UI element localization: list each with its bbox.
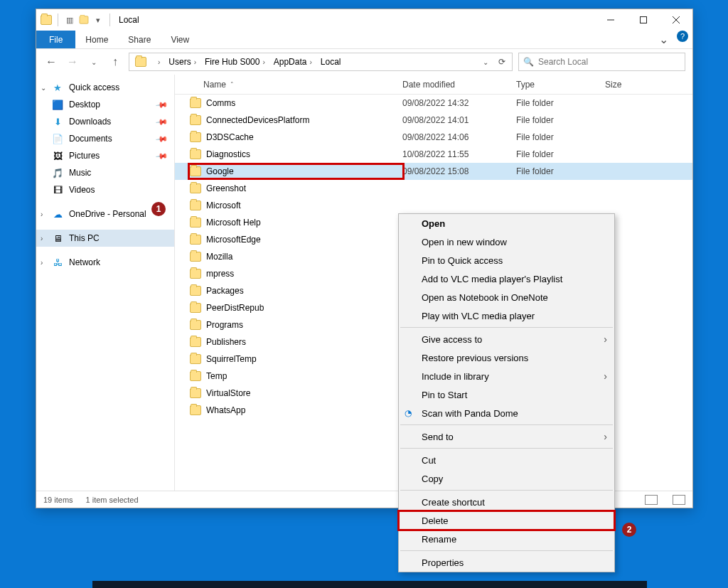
quick-access-icon: ★ <box>52 82 63 93</box>
file-name: Publishers <box>206 337 402 347</box>
ctx-properties[interactable]: Properties <box>399 553 614 572</box>
folder-icon <box>190 132 201 142</box>
qat-properties-icon[interactable]: ▥ <box>64 14 75 26</box>
file-name: MicrosoftEdge <box>206 235 402 245</box>
file-name: Temp <box>206 371 402 381</box>
ctx-send-to[interactable]: Send to <box>399 427 614 446</box>
file-name: Google <box>206 166 402 176</box>
ctx-pin-quick-access[interactable]: Pin to Quick access <box>399 251 614 269</box>
file-row[interactable]: Google09/08/2022 15:08File folder <box>175 163 692 180</box>
nav-videos[interactable]: 🎞Videos <box>36 181 174 198</box>
home-tab[interactable]: Home <box>75 31 118 48</box>
file-row[interactable]: Greenshot <box>175 180 692 197</box>
column-headers[interactable]: Name˄ Date modified Type Size <box>175 75 692 95</box>
search-icon: 🔍 <box>523 57 534 67</box>
file-row[interactable]: ConnectedDevicesPlatform09/08/2022 14:01… <box>175 112 692 129</box>
file-name: Comms <box>206 98 402 108</box>
titlebar: ▥ ▾ Local <box>36 9 692 31</box>
back-button[interactable]: ← <box>43 54 59 70</box>
maximize-button[interactable] <box>627 9 660 31</box>
nav-desktop[interactable]: 🟦Desktop📌 <box>36 96 174 113</box>
ctx-play-vlc[interactable]: Play with VLC media player <box>399 306 614 325</box>
share-tab[interactable]: Share <box>118 31 161 48</box>
address-bar-row: ← → ⌄ ↑ › Users› Fire Hub S000› AppData›… <box>36 49 692 75</box>
file-name: D3DSCache <box>206 132 402 142</box>
sort-ascending-icon: ˄ <box>230 81 234 88</box>
ctx-create-shortcut[interactable]: Create shortcut <box>399 493 614 511</box>
folder-icon <box>190 286 201 296</box>
ctx-rename[interactable]: Rename <box>399 530 614 548</box>
folder-icon <box>190 98 201 108</box>
quick-access-group[interactable]: ⌄ ★ Quick access <box>36 79 174 96</box>
folder-icon <box>190 183 201 193</box>
file-name: WhatsApp <box>206 405 402 415</box>
folder-icon <box>190 371 201 381</box>
icons-view-icon[interactable] <box>673 495 685 505</box>
ctx-open[interactable]: Open <box>399 214 614 232</box>
file-name: mpress <box>206 269 402 279</box>
taskbar[interactable] <box>92 581 647 588</box>
address-dropdown-icon[interactable]: ⌄ <box>478 58 493 66</box>
nav-downloads[interactable]: ⬇Downloads📌 <box>36 113 174 130</box>
file-row[interactable]: Microsoft <box>175 197 692 214</box>
file-tab[interactable]: File <box>36 31 75 48</box>
item-count: 19 items <box>43 496 73 504</box>
selection-count: 1 item selected <box>86 496 139 504</box>
nav-music[interactable]: 🎵Music <box>36 164 174 181</box>
folder-icon <box>190 218 201 228</box>
search-input[interactable]: 🔍 Search Local <box>518 53 685 71</box>
details-view-icon[interactable] <box>645 495 658 505</box>
address-bar[interactable]: › Users› Fire Hub S000› AppData› Local ⌄… <box>129 53 513 71</box>
qat-newfolder-icon[interactable] <box>78 14 90 26</box>
ctx-include-library[interactable]: Include in library <box>399 367 614 385</box>
ctx-scan-panda[interactable]: ◔Scan with Panda Dome <box>399 404 614 422</box>
nav-network[interactable]: ›🖧Network <box>36 254 174 271</box>
ribbon-expand-icon[interactable]: ⌄ <box>654 31 673 48</box>
help-icon[interactable]: ? <box>677 31 688 42</box>
folder-icon <box>190 269 201 279</box>
breadcrumb: Local <box>316 53 346 70</box>
history-dropdown-icon[interactable]: ⌄ <box>86 54 102 70</box>
folder-icon <box>190 235 201 245</box>
file-type: File folder <box>516 115 605 125</box>
up-button[interactable]: ↑ <box>107 54 123 70</box>
file-name: Diagnostics <box>206 149 402 159</box>
ctx-open-onenote[interactable]: Open as Notebook in OneNote <box>399 288 614 306</box>
file-row[interactable]: Diagnostics10/08/2022 11:55File folder <box>175 146 692 163</box>
forward-button[interactable]: → <box>65 54 80 70</box>
file-type: File folder <box>516 166 605 176</box>
nav-pictures[interactable]: 🖼Pictures📌 <box>36 147 174 164</box>
ctx-give-access[interactable]: Give access to <box>399 330 614 348</box>
nav-this-pc[interactable]: ›🖥This PC <box>36 230 174 247</box>
navigation-pane: ⌄ ★ Quick access 🟦Desktop📌 ⬇Downloads📌 📄… <box>36 75 175 491</box>
pin-icon: 📌 <box>155 132 168 146</box>
ctx-delete[interactable]: Delete <box>399 511 614 530</box>
folder-icon <box>190 337 201 347</box>
pin-icon: 📌 <box>155 115 168 129</box>
ctx-restore-versions[interactable]: Restore previous versions <box>399 348 614 367</box>
folder-icon <box>190 201 201 210</box>
minimize-button[interactable] <box>594 9 627 31</box>
ctx-copy[interactable]: Copy <box>399 469 614 488</box>
file-date: 09/08/2022 14:01 <box>402 115 516 125</box>
ctx-open-new-window[interactable]: Open in new window <box>399 232 614 251</box>
nav-documents[interactable]: 📄Documents📌 <box>36 130 174 147</box>
ctx-cut[interactable]: Cut <box>399 451 614 469</box>
file-date: 09/08/2022 15:08 <box>402 166 516 176</box>
file-date: 09/08/2022 14:32 <box>402 98 516 108</box>
close-button[interactable] <box>660 9 692 31</box>
file-date: 09/08/2022 14:06 <box>402 132 516 142</box>
ctx-add-vlc-playlist[interactable]: Add to VLC media player's Playlist <box>399 269 614 288</box>
file-row[interactable]: D3DSCache09/08/2022 14:06File folder <box>175 129 692 146</box>
view-tab[interactable]: View <box>161 31 199 48</box>
file-row[interactable]: Comms09/08/2022 14:32File folder <box>175 95 692 112</box>
file-name: Greenshot <box>206 183 402 193</box>
ctx-pin-start[interactable]: Pin to Start <box>399 385 614 404</box>
annotation-badge-1: 1 <box>151 202 166 216</box>
folder-icon <box>190 405 201 415</box>
refresh-icon[interactable]: ⟳ <box>493 57 510 67</box>
file-name: PeerDistRepub <box>206 303 402 313</box>
svg-rect-1 <box>641 17 647 23</box>
qat-customize-icon[interactable]: ▾ <box>92 14 104 26</box>
folder-icon <box>190 303 201 313</box>
